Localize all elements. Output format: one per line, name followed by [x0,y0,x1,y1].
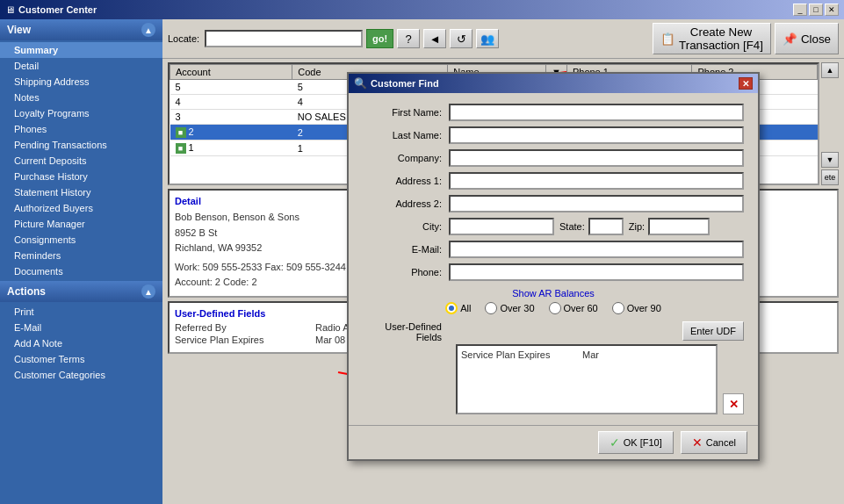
enter-udf-button[interactable]: Enter UDF [682,321,744,341]
actions-section-header[interactable]: Actions ▲ [0,281,162,302]
ar-radio-all[interactable]: All [445,302,471,314]
sidebar-item-authorized-buyers[interactable]: Authorized Buyers [0,200,162,216]
state-label: State: [559,221,585,232]
view-section-label: View [7,24,31,36]
ar-title: Show AR Balances [363,288,744,299]
email-label: E-Mail: [363,244,442,255]
ar-radios: All Over 30 Over 60 [363,302,744,314]
sidebar-item-customer-categories[interactable]: Customer Categories [0,367,162,383]
title-bar-buttons: _ □ ✕ [793,4,839,16]
sidebar-item-detail[interactable]: Detail [0,58,162,74]
sidebar-item-shipping-address[interactable]: Shipping Address [0,74,162,90]
sidebar-item-phones[interactable]: Phones [0,121,162,137]
modal-title-bar: 🔍 Customer Find ✕ [349,74,758,93]
title-bar: 🖥 Customer Center _ □ ✕ [0,0,844,19]
first-name-input[interactable] [449,104,744,121]
phone-input[interactable] [449,263,744,281]
sidebar-item-documents[interactable]: Documents [0,263,162,279]
window-title: Customer Center [18,4,790,15]
company-label: Company: [363,153,442,163]
first-name-row: First Name: [363,104,744,121]
city-state-zip-row: City: State: Zip: [363,218,744,235]
sidebar-item-customer-terms[interactable]: Customer Terms [0,351,162,367]
address2-row: Address 2: [363,195,744,212]
email-input[interactable] [449,241,744,258]
sidebar-item-picture-manager[interactable]: Picture Manager [0,216,162,232]
last-name-input[interactable] [449,126,744,144]
sidebar-item-consignments[interactable]: Consignments [0,232,162,248]
ar-radio-over60[interactable]: Over 60 [549,302,598,314]
sidebar-item-notes[interactable]: Notes [0,90,162,105]
radio-circle-over30 [485,302,497,314]
city-input[interactable] [449,218,554,235]
view-section-header[interactable]: View ▲ [0,19,162,40]
maximize-button[interactable]: □ [809,4,823,16]
ok-button[interactable]: ✓ OK [F10] [598,431,674,454]
sidebar-view-items: Summary Detail Shipping Address Notes Lo… [0,40,162,281]
checkmark-icon: ✓ [610,436,620,450]
ar-section: Show AR Balances All Over 30 [363,288,744,314]
sidebar-item-email[interactable]: E-Mail [0,320,162,335]
address1-label: Address 1: [363,176,442,186]
modal-title: Customer Find [371,78,735,89]
modal-close-button[interactable]: ✕ [739,77,753,90]
radio-circle-over60 [549,302,561,314]
address1-row: Address 1: [363,172,744,190]
udf-modal-textarea[interactable]: Service Plan Expires Mar [456,344,718,414]
udf-modal-row-1: Service Plan Expires Mar [461,349,712,360]
sidebar: View ▲ Summary Detail Shipping Address N… [0,19,162,504]
state-input[interactable] [588,218,624,235]
zip-label: Zip: [629,221,645,232]
address2-input[interactable] [449,195,744,212]
actions-section-label: Actions [7,285,46,298]
radio-outer-all [445,302,458,314]
modal-body: First Name: Last Name: Company: [349,93,758,425]
udf-modal-label: User-Defined Fields [363,321,442,342]
x-icon: ✕ [692,436,703,450]
last-name-row: Last Name: [363,126,744,144]
company-row: Company: [363,149,744,167]
zip-input[interactable] [648,218,710,235]
city-label: City: [363,221,442,232]
sidebar-item-print[interactable]: Print [0,304,162,320]
sidebar-item-add-note[interactable]: Add A Note [0,335,162,351]
sidebar-action-items: Print E-Mail Add A Note Customer Terms C… [0,302,162,385]
sidebar-item-reminders[interactable]: Reminders [0,248,162,263]
ar-radio-over30[interactable]: Over 30 [485,302,534,314]
sidebar-item-purchase-history[interactable]: Purchase History [0,169,162,184]
content-area: Locate: go! ? ◄ ↺ 👥 📋 Create NewTransact… [162,19,844,504]
company-input[interactable] [449,149,744,167]
actions-section-chevron: ▲ [141,284,155,299]
ar-radio-over90[interactable]: Over 90 [612,302,661,314]
app-icon: 🖥 [5,4,15,15]
sidebar-item-summary[interactable]: Summary [0,42,162,58]
minimize-button[interactable]: _ [793,4,807,16]
last-name-label: Last Name: [363,130,442,140]
cancel-label: Cancel [706,437,736,448]
udf-modal-col2-1: Mar [582,349,712,360]
modal-footer: ✓ OK [F10] ✕ Cancel [349,425,758,459]
phone-label: Phone: [363,267,442,277]
phone-row: Phone: [363,263,744,281]
customer-find-modal: 🔍 Customer Find ✕ First Name: Last Name: [347,72,760,461]
view-section-chevron: ▲ [141,23,155,37]
cancel-button[interactable]: ✕ Cancel [681,431,747,454]
sidebar-item-pending-transactions[interactable]: Pending Transactions [0,137,162,153]
email-row: E-Mail: [363,241,744,258]
window-close-button[interactable]: ✕ [825,4,839,16]
address2-label: Address 2: [363,198,442,209]
modal-overlay: 🔍 Customer Find ✕ First Name: Last Name: [162,19,844,504]
sidebar-item-loyalty-programs[interactable]: Loyalty Programs [0,105,162,121]
udf-modal-col1-1: Service Plan Expires [461,349,575,360]
radio-circle-over90 [612,302,624,314]
first-name-label: First Name: [363,107,442,118]
sidebar-item-statement-history[interactable]: Statement History [0,184,162,200]
udf-delete-button[interactable]: ✕ [723,393,744,414]
ok-label: OK [F10] [624,437,662,448]
sidebar-item-current-deposits[interactable]: Current Deposits [0,153,162,169]
address1-input[interactable] [449,172,744,190]
delete-icon: ✕ [729,398,739,411]
modal-icon: 🔍 [354,77,367,90]
